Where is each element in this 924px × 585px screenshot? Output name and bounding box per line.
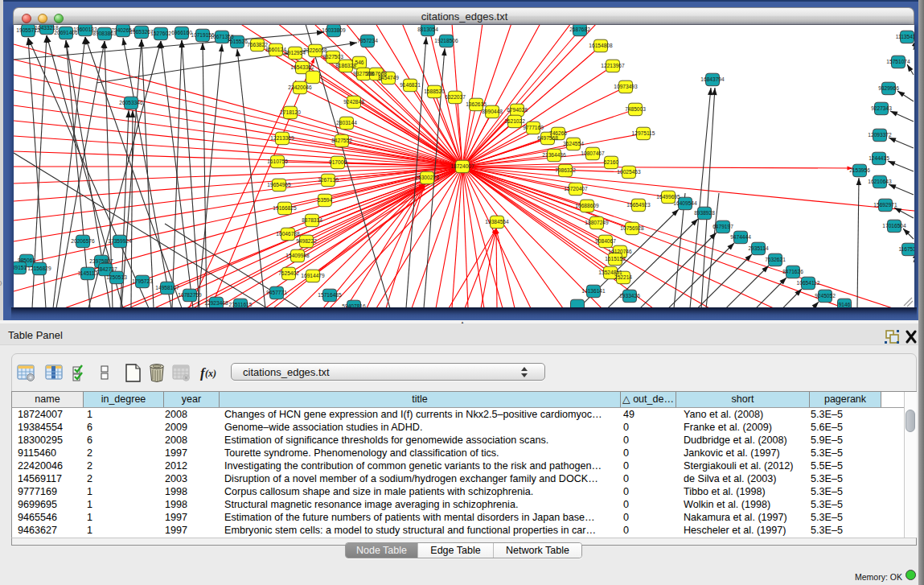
svg-text:9227343: 9227343 xyxy=(871,105,892,111)
svg-text:6322037: 6322037 xyxy=(445,94,466,100)
svg-text:8938928: 8938928 xyxy=(694,210,715,216)
svg-text:6497568: 6497568 xyxy=(537,135,558,141)
svg-text:21364436: 21364436 xyxy=(542,152,566,158)
svg-text:8990448: 8990448 xyxy=(482,109,503,114)
svg-text:16154808: 16154808 xyxy=(589,43,613,48)
svg-text:546: 546 xyxy=(355,60,363,65)
svg-text:6479197: 6479197 xyxy=(713,224,733,229)
svg-text:16409544: 16409544 xyxy=(673,200,697,206)
svg-text:2687682: 2687682 xyxy=(569,27,590,32)
svg-text:12093372: 12093372 xyxy=(868,132,892,138)
svg-text:8660124: 8660124 xyxy=(265,47,286,52)
svg-text:10688609: 10688609 xyxy=(575,203,599,208)
svg-text:8912954: 8912954 xyxy=(285,50,306,56)
svg-text:16046788: 16046788 xyxy=(276,231,300,237)
svg-text:16120746: 16120746 xyxy=(608,249,632,254)
svg-text:8471626: 8471626 xyxy=(782,269,803,274)
svg-text:19654965: 19654965 xyxy=(267,182,291,187)
svg-text:62160: 62160 xyxy=(604,159,619,165)
svg-text:20206576: 20206576 xyxy=(71,238,95,244)
svg-text:1527602: 1527602 xyxy=(150,31,171,36)
svg-text:17359924: 17359924 xyxy=(108,238,132,244)
svg-text:746266: 746266 xyxy=(549,130,567,136)
svg-text:15751074: 15751074 xyxy=(886,59,910,64)
svg-text:9084067: 9084067 xyxy=(595,238,616,244)
svg-text:3624554: 3624554 xyxy=(563,141,584,146)
svg-text:16914479: 16914479 xyxy=(301,273,325,278)
svg-text:23975887: 23975887 xyxy=(89,258,113,264)
svg-text:19166825: 19166825 xyxy=(273,205,297,211)
svg-text:39151: 39151 xyxy=(14,265,27,270)
svg-text:3267130: 3267130 xyxy=(318,177,339,183)
svg-text:8878314: 8878314 xyxy=(302,217,322,223)
svg-text:9457771: 9457771 xyxy=(266,290,287,295)
svg-text:10654112: 10654112 xyxy=(797,280,820,286)
svg-text:16499695: 16499695 xyxy=(656,194,680,200)
svg-text:23420046: 23420046 xyxy=(288,84,312,90)
svg-text:19384554: 19384554 xyxy=(485,219,509,225)
svg-text:2153956: 2153956 xyxy=(849,167,870,173)
svg-text:10025453: 10025453 xyxy=(617,169,641,175)
svg-text:18724007: 18724007 xyxy=(450,163,474,169)
svg-text:1795723: 1795723 xyxy=(132,278,153,284)
svg-text:985061: 985061 xyxy=(18,257,35,263)
svg-text:7632621: 7632621 xyxy=(765,257,786,262)
svg-text:1167535: 1167535 xyxy=(898,246,914,252)
svg-text:16210643: 16210643 xyxy=(868,179,892,184)
svg-text:15716485: 15716485 xyxy=(318,292,342,298)
svg-text:1615152: 1615152 xyxy=(605,256,626,262)
svg-text:7986322: 7986322 xyxy=(555,167,576,173)
svg-text:23511615: 23511615 xyxy=(229,302,253,307)
svg-text:8427552: 8427552 xyxy=(331,138,352,143)
svg-text:15409948: 15409948 xyxy=(285,253,310,258)
svg-text:1621022: 1621022 xyxy=(504,118,525,124)
svg-text:53594: 53594 xyxy=(318,197,333,203)
svg-text:1362615: 1362615 xyxy=(466,101,487,107)
svg-text:2718120: 2718120 xyxy=(280,109,301,115)
svg-text:12213369: 12213369 xyxy=(270,135,294,141)
svg-text:23226058: 23226058 xyxy=(303,47,327,53)
svg-text:1145113: 1145113 xyxy=(78,270,98,276)
svg-text:9245052: 9245052 xyxy=(815,293,836,299)
svg-text:9329966: 9329966 xyxy=(878,85,899,91)
svg-text:9474444: 9474444 xyxy=(730,234,751,240)
svg-text:12156829: 12156829 xyxy=(27,266,51,271)
svg-text:9327503: 9327503 xyxy=(322,54,343,60)
svg-text:14958107: 14958107 xyxy=(155,285,179,290)
svg-text:8186328: 8186328 xyxy=(335,63,356,68)
svg-text:1244415: 1244415 xyxy=(869,155,889,161)
svg-text:18807249: 18807249 xyxy=(585,220,609,225)
svg-text:9146821: 9146821 xyxy=(400,82,421,88)
svg-text:2935114: 2935114 xyxy=(748,245,769,251)
svg-text:2803144: 2803144 xyxy=(336,120,357,126)
svg-text:1588520: 1588520 xyxy=(424,89,445,94)
svg-text:12213967: 12213967 xyxy=(601,63,625,68)
svg-text:16033809: 16033809 xyxy=(322,27,346,33)
svg-text:16654923: 16654923 xyxy=(626,202,651,208)
svg-text:7357234: 7357234 xyxy=(357,38,378,43)
svg-text:16782759: 16782759 xyxy=(178,292,202,298)
svg-text:7515526: 7515526 xyxy=(227,39,248,44)
svg-text:14136141: 14136141 xyxy=(581,288,606,294)
svg-text:15692971: 15692971 xyxy=(873,202,897,208)
svg-text:7485003: 7485003 xyxy=(625,106,646,112)
svg-text:8454749: 8454749 xyxy=(378,75,399,80)
svg-text:12975115: 12975115 xyxy=(632,130,655,136)
svg-text:9498222: 9498222 xyxy=(296,238,317,244)
svg-text:1610755: 1610755 xyxy=(267,159,288,164)
svg-text:16843794: 16843794 xyxy=(700,76,725,82)
svg-text:9242848: 9242848 xyxy=(343,99,364,105)
svg-text:19218506: 19218506 xyxy=(434,38,458,43)
svg-text:(x): (x) xyxy=(205,368,216,379)
svg-text:17016504: 17016504 xyxy=(882,223,906,229)
svg-text:7625402: 7625402 xyxy=(278,270,299,276)
svg-text:9146: 9146 xyxy=(839,302,851,307)
svg-text:10756928: 10756928 xyxy=(620,225,644,231)
svg-text:8813054: 8813054 xyxy=(417,27,438,32)
svg-text:16543362: 16543362 xyxy=(290,64,314,70)
svg-text:6966160: 6966160 xyxy=(171,30,192,35)
svg-text:1933426: 1933426 xyxy=(619,293,640,299)
svg-text:25300273: 25300273 xyxy=(415,175,439,180)
svg-text:10807467: 10807467 xyxy=(581,150,605,156)
svg-text:12923448: 12923448 xyxy=(204,300,228,306)
